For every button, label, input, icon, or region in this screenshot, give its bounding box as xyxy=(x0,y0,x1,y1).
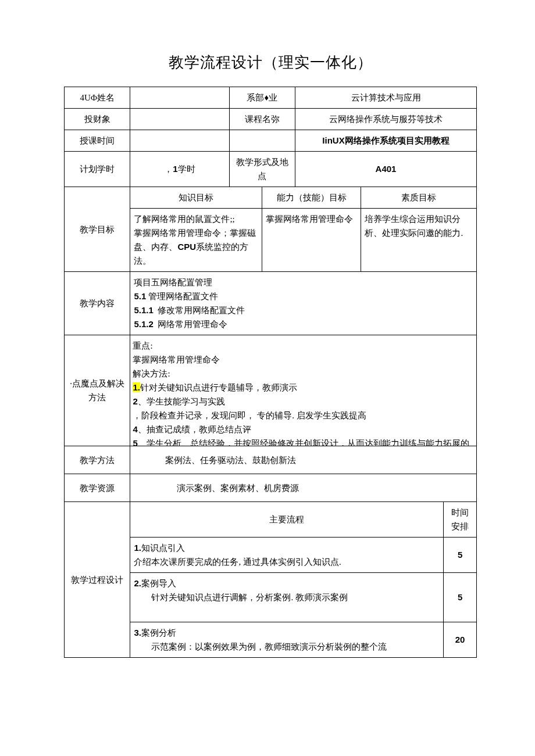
step2-time: 5 xyxy=(444,573,477,622)
highlight-marker: 1. xyxy=(133,382,140,392)
row-content: 教学内容 项目五网络配置管理 5.1 管理网络配置文件 5.1.1 修改常用网络… xyxy=(65,272,477,335)
value-textbook: IinUX网络操作系统项目实用教程 xyxy=(295,130,477,152)
label-keypoints: ·点魔点及解决方法 xyxy=(65,335,130,446)
label-method: 教学方法 xyxy=(65,446,130,474)
row-process-header: 敦学过程设计 主要流程 时间安排 xyxy=(65,502,477,538)
step1-time: 5 xyxy=(444,538,477,573)
step1-body: 1.知识点引入 介绍本次课所要完成的任务, 通过具体实例引入知识点. xyxy=(130,538,444,573)
label-hours: 计划学时 xyxy=(65,152,130,187)
row-method: 教学方法 案例法、任务驱动法、鼓勘创新法 xyxy=(65,446,477,474)
document-page: 教学流程设计（理实一体化） 4UΦ姓名 系部♦业 云计算技术与应用 投财象 课程… xyxy=(0,0,535,687)
goals-h3: 素质目标 xyxy=(361,187,477,209)
row-keypoints: ·点魔点及解决方法 重点: 掌握网络常用管埋命令 解决方法: 1.针对关键知识点… xyxy=(65,335,477,446)
value-dept: 云计算技术与应用 xyxy=(295,87,477,109)
goals-h2: 能力（技能）目标 xyxy=(262,187,361,209)
keypoints-body: 重点: 掌握网络常用管埋命令 解决方法: 1.针对关键知识点进行专题辅导，教师演… xyxy=(130,335,477,446)
value-room: A401 xyxy=(295,152,477,187)
row-hours: 计划学时 ，1学时 教学形式及地点 A401 xyxy=(65,152,477,187)
row-resource: 教学资源 演示案例、案例素材、机房费源 xyxy=(65,474,477,502)
value-object xyxy=(130,109,229,130)
goals-c1: 了解网络常用的鼠置文件;; 掌握网络常用管理命令；掌握磁盘、内存、CPU系统监控… xyxy=(130,209,262,272)
label-dept: 系部♦业 xyxy=(229,87,295,109)
row-name: 4UΦ姓名 系部♦业 云计算技术与应用 xyxy=(65,87,477,109)
label-name: 4UΦ姓名 xyxy=(65,87,130,109)
label-course: 课程名弥 xyxy=(229,109,295,130)
process-main-header: 主要流程 xyxy=(130,502,444,538)
main-table: 4UΦ姓名 系部♦业 云计算技术与应用 投财象 课程名弥 云网络操作系统与服芬等… xyxy=(64,87,477,658)
doc-title: 教学流程设计（理实一体化） xyxy=(64,52,477,73)
process-time-header: 时间安排 xyxy=(444,502,477,538)
content-body: 项目五网络配置管理 5.1 管理网络配置文件 5.1.1 修改常用网络配置文件 … xyxy=(130,272,477,335)
row-time: 授课时间 IinUX网络操作系统项目实用教程 xyxy=(65,130,477,152)
value-method: 案例法、任务驱动法、鼓勘创新法 xyxy=(130,446,477,474)
row-goals-header: 教学目标 知识目标 能力（技能）目标 素质目标 xyxy=(65,187,477,209)
goals-h1: 知识目标 xyxy=(130,187,262,209)
value-resource: 演示案例、案例素材、机房费源 xyxy=(130,474,477,502)
value-time xyxy=(130,130,229,152)
goals-c3: 培养学生综合运用知识分析、处理实际问邀的能力. xyxy=(361,209,477,272)
label-time: 授课时间 xyxy=(65,130,130,152)
label-content: 教学内容 xyxy=(65,272,130,335)
label-blank xyxy=(229,130,295,152)
value-name xyxy=(130,87,229,109)
label-resource: 教学资源 xyxy=(65,474,130,502)
goals-c2: 掌握网络常用管理命令 xyxy=(262,209,361,272)
value-hours: ，1学时 xyxy=(130,152,229,187)
value-course: 云网络操作系统与服芬等技术 xyxy=(295,109,477,130)
label-form: 教学形式及地点 xyxy=(229,152,295,187)
step2-body: 2.案例导入 针对关键知识点进行调解，分析案例. 教师演示案例 xyxy=(130,573,444,622)
label-goals: 教学目标 xyxy=(65,187,130,272)
label-object: 投财象 xyxy=(65,109,130,130)
row-object: 投财象 课程名弥 云网络操作系统与服芬等技术 xyxy=(65,109,477,130)
step3-body: 3.案例分析 示范案例：以案例效果为例，教师细致演示分析裝例的整个流 xyxy=(130,622,444,658)
step3-time: 20 xyxy=(444,622,477,658)
label-process: 敦学过程设计 xyxy=(65,502,130,658)
